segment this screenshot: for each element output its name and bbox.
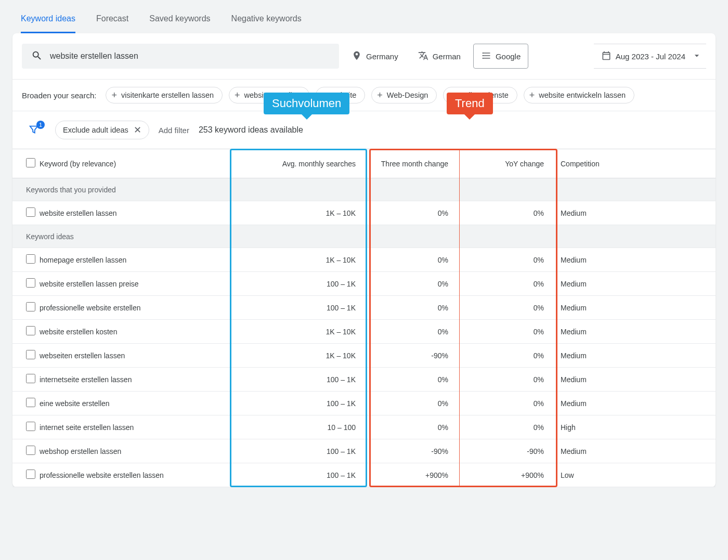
filter-row: 1 Exclude adult ideas ✕ Add filter 253 k…	[12, 111, 716, 149]
keyword-count: 253 keyword ideas available	[199, 125, 303, 135]
cell-avg: 100 – 1K	[229, 272, 367, 296]
cell-yoy: +900%	[459, 463, 555, 487]
suggest-chip[interactable]: +website entwickeln lassen	[524, 87, 634, 103]
broaden-label: Broaden your search:	[22, 91, 96, 100]
cell-comp: Medium	[555, 272, 716, 296]
cell-yoy: 0%	[459, 392, 555, 415]
cell-comp: Low	[555, 463, 716, 487]
cell-comp: Medium	[555, 248, 716, 272]
calendar-icon	[601, 50, 612, 62]
main-card: Germany German Google Aug 2023 - Jul 202…	[12, 33, 716, 487]
cell-avg: 1K – 10K	[229, 248, 367, 272]
network-label: Google	[496, 52, 521, 61]
suggest-text: Web-Design	[387, 91, 428, 99]
search-input[interactable]	[50, 51, 330, 61]
table-row[interactable]: eine website erstellen100 – 1K0%0%Medium	[12, 392, 716, 415]
location-icon	[352, 50, 362, 62]
tab-forecast[interactable]: Forecast	[96, 5, 128, 33]
table-row[interactable]: professionelle website erstellen lassen1…	[12, 463, 716, 487]
tabs: Keyword ideas Forecast Saved keywords Ne…	[0, 0, 728, 33]
table-row[interactable]: webseiten erstellen lassen1K – 10K-90%0%…	[12, 344, 716, 368]
language-selector[interactable]: German	[411, 44, 468, 69]
col-keyword-header[interactable]: Keyword (by relevance)	[36, 149, 229, 178]
tab-negative-keywords[interactable]: Negative keywords	[231, 5, 302, 33]
cell-comp: Medium	[555, 439, 716, 463]
cell-comp: Medium	[555, 296, 716, 320]
table-row[interactable]: internet seite erstellen lassen10 – 1000…	[12, 415, 716, 439]
filter-button[interactable]: 1	[22, 124, 46, 137]
cell-yoy: 0%	[459, 344, 555, 368]
row-checkbox[interactable]	[26, 446, 35, 455]
select-all-checkbox[interactable]	[26, 158, 35, 167]
cell-yoy: 0%	[459, 296, 555, 320]
daterange-selector[interactable]: Aug 2023 - Jul 2024	[594, 44, 706, 69]
cell-comp: Medium	[555, 368, 716, 392]
cell-avg: 1K – 10K	[229, 344, 367, 368]
tab-saved-keywords[interactable]: Saved keywords	[149, 5, 210, 33]
col-comp-header[interactable]: Competition	[555, 149, 716, 178]
table-row[interactable]: professionelle website erstellen100 – 1K…	[12, 296, 716, 320]
row-checkbox[interactable]	[26, 470, 35, 479]
table-header-row: Keyword (by relevance) Avg. monthly sear…	[12, 149, 716, 178]
cell-3mo: 0%	[367, 201, 459, 225]
annotation-volume: Suchvolumen	[264, 93, 349, 114]
suggest-chip[interactable]: +Web-Design	[371, 87, 437, 103]
cell-3mo: 0%	[367, 248, 459, 272]
cell-yoy: 0%	[459, 272, 555, 296]
cell-yoy: 0%	[459, 320, 555, 344]
cell-3mo: 0%	[367, 272, 459, 296]
filter-chip-label: Exclude adult ideas	[63, 126, 128, 134]
table-row[interactable]: homepage erstellen lassen1K – 10K0%0%Med…	[12, 248, 716, 272]
col-yoy-header[interactable]: YoY change	[459, 149, 555, 178]
cell-comp: Medium	[555, 392, 716, 415]
table-row[interactable]: website erstellen kosten1K – 10K0%0%Medi…	[12, 320, 716, 344]
cell-keyword: professionelle website erstellen	[36, 296, 229, 320]
cell-comp: Medium	[555, 344, 716, 368]
plus-icon: +	[111, 90, 117, 100]
row-checkbox[interactable]	[26, 326, 35, 335]
table-wrap: Keyword (by relevance) Avg. monthly sear…	[12, 149, 716, 487]
search-icon	[31, 50, 43, 63]
annotation-trend: Trend	[447, 93, 493, 114]
row-checkbox[interactable]	[26, 398, 35, 407]
cell-3mo: -90%	[367, 439, 459, 463]
cell-keyword: eine website erstellen	[36, 392, 229, 415]
row-checkbox[interactable]	[26, 350, 35, 359]
table-row[interactable]: webshop erstellen lassen100 – 1K-90%-90%…	[12, 439, 716, 463]
cell-avg: 100 – 1K	[229, 296, 367, 320]
suggest-chip[interactable]: +visitenkarte erstellen lassen	[106, 87, 223, 103]
col-3mo-header[interactable]: Three month change	[367, 149, 459, 178]
cell-yoy: 0%	[459, 415, 555, 439]
row-checkbox[interactable]	[26, 207, 35, 217]
cell-keyword: internetseite erstellen lassen	[36, 368, 229, 392]
filter-count-badge: 1	[36, 121, 45, 129]
location-selector[interactable]: Germany	[344, 44, 406, 69]
cell-keyword: internet seite erstellen lassen	[36, 415, 229, 439]
row-checkbox[interactable]	[26, 278, 35, 288]
translate-icon	[418, 50, 428, 62]
table-row[interactable]: website erstellen lassen1K – 10K0%0%Medi…	[12, 201, 716, 225]
cell-3mo: 0%	[367, 296, 459, 320]
row-checkbox[interactable]	[26, 302, 35, 311]
svg-point-1	[483, 55, 484, 56]
row-checkbox[interactable]	[26, 422, 35, 431]
network-selector[interactable]: Google	[473, 44, 528, 69]
cell-3mo: -90%	[367, 344, 459, 368]
add-filter-button[interactable]: Add filter	[159, 126, 189, 135]
col-avg-header[interactable]: Avg. monthly searches	[229, 149, 367, 178]
table-row[interactable]: internetseite erstellen lassen100 – 1K0%…	[12, 368, 716, 392]
table-row[interactable]: website erstellen lassen preise100 – 1K0…	[12, 272, 716, 296]
svg-point-0	[483, 53, 484, 54]
broaden-row: Broaden your search: +visitenkarte erste…	[12, 80, 716, 111]
tab-keyword-ideas[interactable]: Keyword ideas	[21, 5, 75, 33]
cell-3mo: 0%	[367, 392, 459, 415]
svg-point-2	[483, 58, 484, 59]
search-box[interactable]	[22, 44, 339, 69]
close-icon[interactable]: ✕	[134, 125, 141, 135]
suggest-text: visitenkarte erstellen lassen	[121, 91, 214, 99]
row-checkbox[interactable]	[26, 254, 35, 264]
filter-chip-exclude-adult[interactable]: Exclude adult ideas ✕	[55, 121, 149, 139]
row-checkbox[interactable]	[26, 374, 35, 383]
cell-yoy: -90%	[459, 439, 555, 463]
cell-keyword: homepage erstellen lassen	[36, 248, 229, 272]
